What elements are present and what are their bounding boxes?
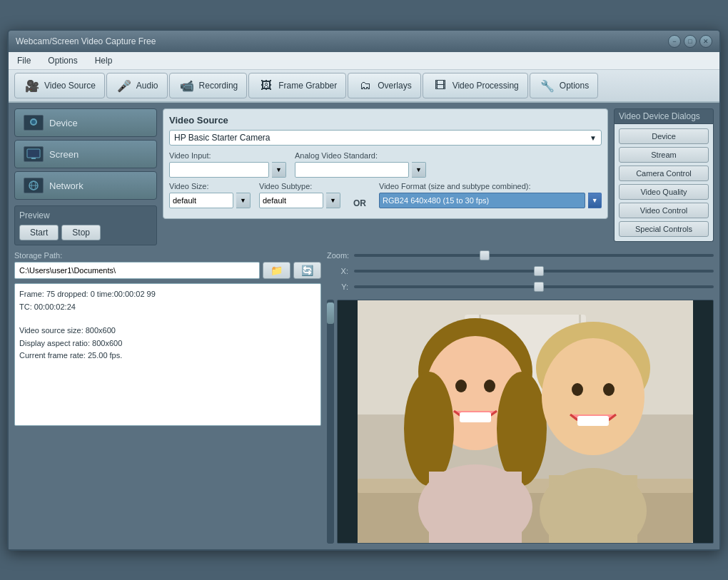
y-slider-thumb[interactable] <box>534 282 544 292</box>
x-label: X: <box>327 267 348 275</box>
maximize-button[interactable]: □ <box>684 35 697 48</box>
stop-button[interactable]: Stop <box>61 225 101 240</box>
storage-path-input[interactable] <box>14 262 260 279</box>
toolbar-options[interactable]: 🔧 Options <box>530 73 598 98</box>
device-dropdown-arrow[interactable]: ▼ <box>590 134 597 142</box>
bottom-section: Storage Path: 📁 🔄 Frame: 75 dropped: 0 t… <box>9 251 719 549</box>
menu-options[interactable]: Options <box>45 54 80 67</box>
svg-rect-2 <box>27 149 40 158</box>
svg-point-17 <box>497 372 547 486</box>
video-subtype-arrow[interactable]: ▼ <box>326 193 340 208</box>
analog-standard-arrow[interactable]: ▼ <box>412 162 426 178</box>
toolbar-video-source-label: Video Source <box>44 81 96 91</box>
video-input-input[interactable] <box>169 162 269 178</box>
zoom-slider-thumb[interactable] <box>480 250 490 260</box>
svg-rect-20 <box>460 412 491 422</box>
toolbar-recording-label: Recording <box>199 81 238 91</box>
zoom-controls: Zoom: X: Y: <box>327 251 714 295</box>
dd-video-control-btn[interactable]: Video Control <box>619 203 709 218</box>
analog-standard-control: ▼ <box>295 162 426 178</box>
scrollbar-thumb[interactable] <box>327 302 334 324</box>
title-bar: Webcam/Screen Video Capture Free − □ ✕ <box>9 31 719 52</box>
toolbar-overlays-label: Overlays <box>378 81 411 91</box>
video-processing-icon: 🎞 <box>432 77 449 94</box>
video-source-box: Video Source HP Basic Starter Camera ▼ V… <box>163 108 608 219</box>
video-format-label: Video Format (size and subtype combined)… <box>379 182 602 190</box>
x-slider-track <box>354 270 714 273</box>
video-size-arrow[interactable]: ▼ <box>236 193 251 208</box>
toolbar-overlays[interactable]: 🗂 Overlays <box>348 73 420 98</box>
start-button[interactable]: Start <box>19 225 59 240</box>
screen-button[interactable]: Screen <box>14 140 157 168</box>
video-size-input[interactable] <box>169 193 233 208</box>
window-title: Webcam/Screen Video Capture Free <box>16 36 156 46</box>
zoom-label: Zoom: <box>327 251 348 260</box>
preview-buttons: Start Stop <box>19 225 152 240</box>
source-buttons: Device Screen Network <box>14 108 157 200</box>
close-button[interactable]: ✕ <box>699 35 712 48</box>
tc-line: TC: 00:00:02:24 <box>19 301 316 314</box>
toolbar-audio[interactable]: 🎤 Audio <box>106 73 168 98</box>
video-input-row: Video Input: ▼ Analog Video Standard: ▼ <box>169 151 602 178</box>
toolbar: 🎥 Video Source 🎤 Audio 📹 Recording 🖼 Fra… <box>9 70 719 103</box>
x-row: X: <box>327 267 714 275</box>
zoom-slider-track <box>354 254 714 257</box>
browse-button[interactable]: 📁 <box>263 262 290 279</box>
toolbar-video-source[interactable]: 🎥 Video Source <box>14 73 105 98</box>
audio-icon: 🎤 <box>116 77 133 94</box>
svg-point-16 <box>404 372 454 486</box>
video-input-arrow[interactable]: ▼ <box>272 162 286 178</box>
video-source-title: Video Source <box>169 115 602 126</box>
video-subtype-input[interactable] <box>259 193 323 208</box>
dd-stream-btn[interactable]: Stream <box>619 147 709 163</box>
analog-standard-field: Analog Video Standard: ▼ <box>295 151 426 178</box>
toolbar-options-label: Options <box>560 81 589 91</box>
toolbar-video-processing[interactable]: 🎞 Video Processing <box>423 73 528 98</box>
network-button[interactable]: Network <box>14 171 157 200</box>
refresh-button[interactable]: 🔄 <box>293 262 321 279</box>
main-window: Webcam/Screen Video Capture Free − □ ✕ F… <box>7 29 721 551</box>
menu-help[interactable]: Help <box>92 54 116 67</box>
svg-rect-27 <box>577 416 609 426</box>
dd-special-controls-btn[interactable]: Special Controls <box>619 221 709 237</box>
device-dialogs-title: Video Device Dialogs <box>614 108 714 124</box>
device-button[interactable]: Device <box>14 108 157 137</box>
video-preview <box>337 300 714 544</box>
video-format-field: Video Format (size and subtype combined)… <box>379 182 602 208</box>
toolbar-frame-grabber[interactable]: 🖼 Frame Grabber <box>248 73 346 98</box>
size-format-row: Video Size: ▼ Video Subtype: ▼ OR <box>169 182 602 208</box>
video-format-arrow[interactable]: ▼ <box>588 193 602 208</box>
dd-device-btn[interactable]: Device <box>619 128 709 144</box>
storage-row: 📁 🔄 <box>14 262 321 279</box>
screen-icon <box>24 146 44 162</box>
device-value: HP Basic Starter Camera <box>174 133 271 143</box>
dd-camera-control-btn[interactable]: Camera Control <box>619 166 709 181</box>
toolbar-audio-label: Audio <box>136 81 158 91</box>
video-input-label: Video Input: <box>169 151 286 160</box>
svg-point-24 <box>542 338 644 455</box>
vertical-scrollbar[interactable] <box>327 300 334 544</box>
minimize-button[interactable]: − <box>668 35 681 48</box>
or-label: OR <box>353 198 366 208</box>
recording-icon: 📹 <box>178 77 196 94</box>
svg-point-19 <box>484 380 495 392</box>
svg-point-25 <box>572 383 583 396</box>
menu-file[interactable]: File <box>14 54 34 67</box>
device-dropdown[interactable]: HP Basic Starter Camera ▼ <box>169 130 602 146</box>
toolbar-recording[interactable]: 📹 Recording <box>169 73 248 98</box>
device-label: Device <box>49 118 78 128</box>
video-subtype-field: Video Subtype: ▼ <box>259 182 340 208</box>
y-label: Y: <box>327 283 348 291</box>
preview-section: Preview Start Stop <box>14 205 157 245</box>
toolbar-frame-grabber-label: Frame Grabber <box>278 81 337 91</box>
x-slider-thumb[interactable] <box>534 266 544 276</box>
video-input-control: ▼ <box>169 162 286 178</box>
video-format-input[interactable] <box>379 193 585 208</box>
stat-1: Display aspect ratio: 800x600 <box>19 337 316 350</box>
storage-label: Storage Path: <box>14 251 321 260</box>
dd-video-quality-btn[interactable]: Video Quality <box>619 184 709 200</box>
analog-standard-input[interactable] <box>295 162 409 178</box>
menu-bar: File Options Help <box>9 52 719 70</box>
storage-panel: Storage Path: 📁 🔄 Frame: 75 dropped: 0 t… <box>14 251 321 544</box>
device-icon <box>24 115 44 131</box>
